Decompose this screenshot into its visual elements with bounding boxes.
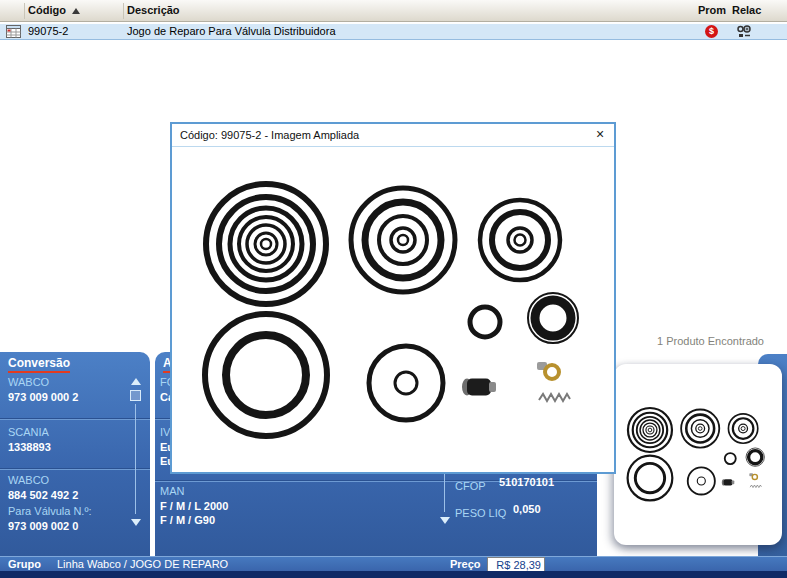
grupo-value: Linha Wabco / JOGO DE REPARO (57, 558, 228, 570)
column-header-descricao[interactable]: Descrição (127, 4, 180, 16)
modal-title: Código: 99075-2 - Imagem Ampliada (180, 129, 359, 141)
kit-image (182, 154, 612, 454)
product-image-card[interactable] (614, 364, 782, 545)
application-model: F / M / G90 (160, 514, 593, 528)
scroll-up-button[interactable] (129, 376, 142, 388)
status-strip (0, 571, 787, 578)
peso-label: PESO LIQ (455, 507, 506, 519)
cfop-value: 510170101 (499, 476, 554, 488)
divider (0, 418, 150, 420)
grupo-label: Grupo (8, 558, 41, 570)
conversao-panel: Conversão WABCO 973 009 000 2 SCANIA 133… (0, 352, 150, 556)
product-description: Jogo de Reparo Para Válvula Distribuidor… (127, 25, 336, 37)
close-icon[interactable]: × (592, 127, 608, 143)
preco-label: Preço (450, 558, 481, 570)
conversao-title: Conversão (8, 356, 70, 370)
cfop-field: CFOP 510170101 (455, 476, 486, 494)
conversion-code: 1338893 (8, 441, 128, 455)
column-label-codigo: Código (28, 4, 66, 16)
scroll-down-button[interactable] (438, 514, 451, 526)
conversion-item: WABCO 884 502 492 2 (8, 474, 128, 503)
app-window: Código Descrição Prom Relac 99075-2 Jogo… (0, 0, 787, 578)
modal-titlebar: Código: 99075-2 - Imagem Ampliada × (172, 124, 614, 147)
sort-asc-icon (72, 8, 80, 14)
conversion-code: 973 009 002 0 (8, 520, 128, 534)
conversion-item: WABCO 973 009 000 2 (8, 376, 128, 405)
conversion-brand: WABCO (8, 376, 128, 391)
promotion-icon[interactable]: $ (705, 25, 718, 38)
conversion-item: Para Válvula N.º: 973 009 002 0 (8, 505, 128, 534)
header-separator (24, 3, 25, 19)
conversion-code: 973 009 000 2 (8, 391, 128, 405)
conversion-code: 884 502 492 2 (8, 489, 128, 503)
product-row[interactable]: 99075-2 Jogo de Reparo Para Válvula Dist… (0, 23, 787, 40)
scroll-down-button[interactable] (129, 516, 142, 528)
scrollbar-thumb[interactable] (130, 390, 141, 401)
scrollbar-track[interactable] (135, 404, 136, 514)
product-code: 99075-2 (28, 25, 68, 37)
price-field[interactable]: R$ 28,39 (487, 557, 545, 572)
column-header-relac[interactable]: Relac (732, 4, 761, 16)
divider (0, 468, 150, 470)
bottom-bar: Grupo Linha Wabco / JOGO DE REPARO Preço… (0, 556, 787, 571)
table-header: Código Descrição Prom Relac (0, 0, 787, 22)
conversao-scrollbar[interactable] (129, 376, 142, 546)
results-count: 1 Produto Encontrado (657, 335, 764, 347)
peso-field: PESO LIQ 0,050 (455, 503, 506, 521)
related-parts-icon[interactable] (737, 25, 751, 40)
conversion-brand: WABCO (8, 474, 128, 489)
peso-value: 0,050 (513, 503, 541, 515)
image-modal: Código: 99075-2 - Imagem Ampliada × (170, 122, 616, 474)
kit-thumbnail (619, 397, 777, 507)
column-header-prom[interactable]: Prom (698, 4, 726, 16)
conversion-brand: Para Válvula N.º: (8, 505, 128, 520)
record-icon (6, 25, 21, 40)
column-header-codigo[interactable]: Código (28, 4, 80, 16)
conversion-item: SCANIA 1338893 (8, 426, 128, 455)
header-separator (123, 3, 124, 19)
conversion-brand: SCANIA (8, 426, 128, 441)
cfop-label: CFOP (455, 480, 486, 492)
